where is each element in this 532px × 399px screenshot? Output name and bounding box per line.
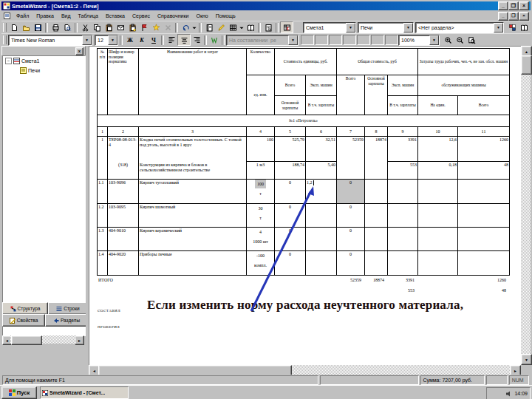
cell-r7c1[interactable]: 103-9096: [108, 180, 139, 204]
cell-r9c2[interactable]: Кирпич керамический: [139, 228, 247, 251]
cell-r10c7[interactable]: [365, 251, 388, 276]
cell-r9c3[interactable]: 41000 шт: [247, 228, 275, 251]
menu-справочники[interactable]: Справочники: [154, 13, 192, 19]
close-button[interactable]: ×: [519, 1, 529, 10]
start-button[interactable]: Пуск: [1, 386, 37, 399]
align-right-icon[interactable]: [191, 34, 202, 44]
print-icon[interactable]: [50, 22, 61, 33]
menu-вставка[interactable]: Вставка: [102, 13, 129, 19]
cell-r10c2[interactable]: Приборы печные: [139, 251, 247, 276]
panel-close-icon[interactable]: x: [75, 47, 83, 55]
wizard-icon[interactable]: [150, 22, 162, 33]
cell-r5c2[interactable]: Кладка печей отопительных толстостенных.…: [139, 137, 247, 162]
mdi-restore-button[interactable]: ❐: [508, 12, 519, 21]
cell-r8c5[interactable]: [306, 204, 337, 228]
cell-r9c6[interactable]: 0: [337, 228, 365, 251]
edit-pencil-icon[interactable]: [215, 22, 227, 33]
cell-r7c3[interactable]: 100т: [247, 180, 275, 204]
cell-r6c3[interactable]: 1 м3: [247, 162, 275, 180]
cell-r8c10[interactable]: [458, 204, 510, 228]
toolbar-grip[interactable]: [3, 23, 7, 32]
estimate-combobox[interactable]: Смета1▼: [303, 22, 356, 33]
book-icon[interactable]: [245, 22, 256, 33]
cell-r10c8[interactable]: [388, 251, 418, 276]
tree-expander-icon[interactable]: −: [5, 58, 12, 64]
cell-r7c4[interactable]: 0: [275, 180, 306, 204]
underline-button[interactable]: Ч: [148, 35, 160, 45]
flag-icon[interactable]: [138, 22, 150, 33]
format-cell-box[interactable]: [301, 35, 314, 45]
toolbar-grip[interactable]: [3, 35, 7, 44]
cell-r6c0[interactable]: [98, 162, 108, 180]
properties-icon[interactable]: [262, 22, 274, 33]
cell-r7c7[interactable]: [365, 180, 388, 204]
tab-структура[interactable]: Структура: [2, 302, 48, 315]
zoom-combobox[interactable]: 100%▼: [398, 35, 440, 46]
cell-r9c5[interactable]: [306, 228, 337, 251]
paste-special-icon[interactable]: [126, 22, 138, 33]
mail-icon[interactable]: [115, 22, 126, 33]
cell-r7c9[interactable]: [418, 180, 458, 204]
cell-r6c2[interactable]: Конструкции из кирпича и блоков в сельск…: [139, 162, 247, 180]
new-document-icon[interactable]: [8, 22, 20, 33]
scroll-down-icon[interactable]: ▼: [521, 354, 532, 365]
quantity-value[interactable]: 100: [255, 180, 266, 188]
chevron-down-icon[interactable]: ▼: [429, 35, 439, 45]
cell-r8c1[interactable]: 103-9095: [108, 204, 139, 228]
cell-r9c10[interactable]: [458, 228, 510, 251]
zoom-out-icon[interactable]: [454, 35, 466, 45]
cell-r9c1[interactable]: 404-9010: [108, 228, 139, 251]
document-combobox[interactable]: Печи▼: [358, 22, 414, 33]
format-cell-box[interactable]: [315, 35, 328, 45]
tab-строки[interactable]: Строки: [48, 302, 88, 315]
cell-r5c6[interactable]: 52359: [337, 137, 365, 180]
font-size-combobox[interactable]: 12▼: [95, 35, 118, 46]
cell-r9c4[interactable]: 0: [275, 228, 306, 251]
menu-файл[interactable]: Файл: [13, 13, 33, 19]
mdi-close-button[interactable]: ×: [519, 12, 529, 21]
grid-icon[interactable]: [227, 22, 239, 33]
cell-r10c3[interactable]: -100компл.: [247, 251, 275, 276]
scroll-thumb[interactable]: [11, 335, 42, 345]
mdi-child-icon[interactable]: [4, 13, 10, 19]
task-button-smetawizard[interactable]: SmetaWizard - [Смет...: [40, 386, 129, 399]
cut-icon[interactable]: [79, 22, 91, 33]
notebook-icon[interactable]: [203, 22, 215, 33]
cell-r9c7[interactable]: [365, 228, 388, 251]
cell-r8c9[interactable]: [418, 204, 458, 228]
norm-edit-cell[interactable]: 1,2: [306, 180, 337, 204]
menu-окно[interactable]: Окно: [192, 13, 211, 19]
align-left-icon[interactable]: [166, 34, 177, 44]
scroll-thumb[interactable]: [521, 55, 532, 75]
chevron-down-icon[interactable]: ▼: [494, 23, 503, 33]
print-preview-icon[interactable]: [61, 22, 73, 33]
chevron-down-icon[interactable]: ▼: [403, 23, 413, 33]
cell-r8c6[interactable]: 0: [337, 204, 365, 228]
delete-icon[interactable]: [162, 22, 174, 33]
section-combobox[interactable]: <Нет раздела>▼: [415, 22, 504, 33]
format-cell-box[interactable]: [329, 35, 342, 45]
menu-помощь[interactable]: Помощь: [212, 13, 239, 19]
cell-r10c6[interactable]: 0: [337, 251, 365, 276]
chevron-down-icon[interactable]: ▼: [82, 35, 92, 45]
cell-r5c9[interactable]: 12,6: [418, 137, 458, 162]
undo-icon[interactable]: [180, 22, 191, 33]
cell-r8c4[interactable]: 0: [275, 204, 306, 228]
chevron-down-icon[interactable]: ▼: [346, 23, 355, 33]
cell-r10c9[interactable]: [418, 251, 458, 276]
chevron-down-icon[interactable]: ▼: [108, 35, 117, 45]
cell-r10c5[interactable]: [306, 251, 337, 276]
tree-item-печи[interactable]: Печи: [13, 66, 85, 75]
menu-правка[interactable]: Правка: [33, 13, 58, 19]
cell-r5c5[interactable]: 32,51: [306, 137, 337, 162]
cell-r8c8[interactable]: [388, 204, 418, 228]
quantity-value[interactable]: 4: [257, 228, 264, 236]
cell-r7c2[interactable]: Кирпич тугоплавкий: [139, 180, 247, 204]
cell-r10c1[interactable]: 404-9020: [108, 251, 139, 276]
quantity-value[interactable]: -100: [254, 251, 267, 260]
cell-r9c0[interactable]: 1.3: [98, 228, 108, 251]
cell-r5c1[interactable]: ТЕР08-08-013-4: [108, 137, 139, 162]
markup-check-icon[interactable]: [208, 35, 220, 45]
cell-r9c8[interactable]: [388, 228, 418, 251]
menu-сервис[interactable]: Сервис: [129, 13, 154, 19]
